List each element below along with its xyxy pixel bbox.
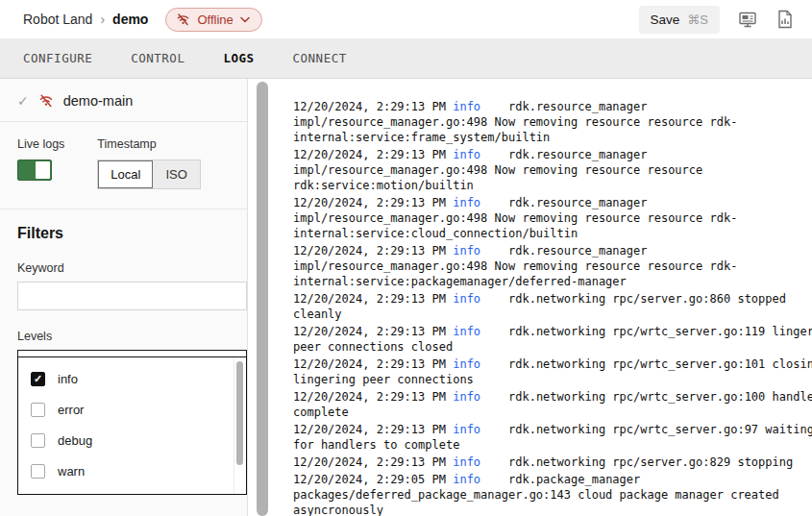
log-entry: 12/20/2024, 2:29:13 PM info rdk.resource… — [293, 99, 812, 145]
level-option-label: debug — [58, 433, 92, 448]
log-timestamp: 12/20/2024, 2:29:13 PM — [293, 357, 446, 371]
header: Robot Land › demo Offline Save⌘S — [0, 0, 812, 38]
part-name: demo-main — [63, 93, 134, 109]
log-timestamp: 12/20/2024, 2:29:13 PM — [293, 455, 446, 469]
toggle-knob — [36, 161, 50, 179]
timestamp-option-iso[interactable]: ISO — [153, 160, 199, 188]
dropdown-scrollbar-thumb[interactable] — [236, 361, 243, 465]
tab-connect[interactable]: CONNECT — [293, 51, 347, 65]
wifi-slash-icon — [176, 12, 190, 27]
tabbar: CONFIGURECONTROLLOGSCONNECT — [0, 38, 812, 79]
offline-label: Offline — [197, 12, 233, 27]
log-timestamp: 12/20/2024, 2:29:05 PM — [293, 473, 446, 486]
log-level: info — [453, 325, 480, 338]
chevron-down-icon — [240, 16, 250, 23]
check-icon: ✓ — [17, 93, 29, 109]
log-timestamp: 12/20/2024, 2:29:13 PM — [293, 292, 446, 306]
log-entry: 12/20/2024, 2:29:13 PM info rdk.networki… — [293, 356, 812, 387]
log-timestamp: 12/20/2024, 2:29:13 PM — [293, 148, 446, 161]
file-chart-icon[interactable] — [775, 9, 797, 30]
log-timestamp: 12/20/2024, 2:29:13 PM — [293, 390, 446, 404]
unchecked-checkbox[interactable] — [31, 433, 45, 448]
breadcrumb-separator: › — [100, 12, 105, 27]
filters-title: Filters — [17, 225, 230, 242]
log-level: info — [453, 423, 480, 436]
tab-control[interactable]: CONTROL — [131, 51, 185, 65]
log-entry: 12/20/2024, 2:29:05 PM info rdk.package_… — [293, 472, 812, 516]
timestamp-control: Timestamp Local ISO — [97, 137, 200, 189]
log-entry: 12/20/2024, 2:29:13 PM info rdk.resource… — [293, 243, 812, 289]
tab-configure[interactable]: CONFIGURE — [23, 51, 92, 65]
timestamp-label: Timestamp — [97, 137, 200, 151]
level-option-warn[interactable]: warn — [18, 455, 246, 486]
levels-label: Levels — [17, 330, 230, 343]
log-entry: 12/20/2024, 2:29:13 PM info rdk.resource… — [293, 147, 812, 193]
log-timestamp: 12/20/2024, 2:29:13 PM — [293, 244, 446, 258]
save-label: Save — [651, 12, 680, 27]
filters-section: Filters Keyword Levels — [0, 209, 247, 379]
log-entry: 12/20/2024, 2:29:13 PM info rdk.networki… — [293, 455, 812, 470]
part-row-demo-main[interactable]: ✓ demo-main — [0, 79, 247, 122]
unchecked-checkbox[interactable] — [31, 464, 45, 479]
breadcrumb-current[interactable]: demo — [112, 12, 148, 27]
log-level: info — [453, 292, 480, 306]
log-level: info — [453, 390, 480, 404]
unchecked-checkbox[interactable] — [31, 403, 45, 417]
log-level: info — [453, 100, 480, 113]
log-level: info — [453, 455, 480, 469]
log-controls: Live logs Timestamp Local ISO — [0, 122, 247, 209]
level-option-debug[interactable]: debug — [18, 425, 246, 455]
log-timestamp: 12/20/2024, 2:29:13 PM — [293, 423, 446, 436]
log-level: info — [453, 473, 480, 486]
log-level: info — [453, 244, 480, 258]
save-shortcut: ⌘S — [687, 12, 708, 27]
log-entry: 12/20/2024, 2:29:13 PM info rdk.networki… — [293, 389, 812, 420]
log-entry: 12/20/2024, 2:29:13 PM info rdk.networki… — [293, 324, 812, 355]
timestamp-option-local[interactable]: Local — [98, 160, 153, 188]
level-option-partial[interactable] — [18, 486, 246, 495]
breadcrumb-root[interactable]: Robot Land — [23, 12, 92, 27]
live-logs-toggle[interactable] — [17, 160, 52, 181]
log-panel: 12/20/2024, 2:29:13 PM info rdk.resource… — [293, 79, 812, 516]
log-timestamp: 12/20/2024, 2:29:13 PM — [293, 325, 446, 338]
unchecked-checkbox[interactable] — [31, 495, 45, 496]
log-timestamp: 12/20/2024, 2:29:13 PM — [293, 196, 446, 209]
tab-logs[interactable]: LOGS — [223, 51, 254, 65]
save-button[interactable]: Save⌘S — [639, 6, 720, 34]
live-logs-label: Live logs — [17, 137, 64, 151]
checked-checkbox[interactable]: ✓ — [31, 372, 45, 386]
dropdown-scrollbar[interactable] — [234, 357, 246, 494]
levels-dropdown: ✓infoerrordebugwarn — [17, 356, 247, 495]
log-scrollbar-thumb[interactable] — [257, 82, 268, 516]
live-logs-control: Live logs — [17, 137, 64, 189]
log-level: info — [453, 148, 480, 161]
level-option-info[interactable]: ✓info — [18, 363, 246, 394]
timestamp-segmented: Local ISO — [97, 160, 200, 189]
wifi-slash-icon — [38, 93, 54, 109]
level-option-label: error — [58, 403, 84, 417]
log-entry: 12/20/2024, 2:29:13 PM info rdk.networki… — [293, 291, 812, 322]
level-option-label: warn — [58, 464, 85, 479]
level-option-label: info — [58, 372, 78, 386]
keyword-input[interactable] — [17, 282, 247, 310]
log-timestamp: 12/20/2024, 2:29:13 PM — [293, 100, 446, 113]
log-level: info — [453, 357, 480, 371]
app-window: Robot Land › demo Offline Save⌘S — [0, 0, 812, 516]
keyword-label: Keyword — [17, 261, 230, 275]
log-message: rdk.networking rpc/server.go:829 stoppin… — [508, 455, 793, 469]
level-option-error[interactable]: error — [18, 394, 246, 425]
offline-status-badge[interactable]: Offline — [165, 8, 261, 32]
log-entry: 12/20/2024, 2:29:13 PM info rdk.resource… — [293, 195, 812, 241]
monitor-icon[interactable] — [737, 9, 758, 30]
log-entry: 12/20/2024, 2:29:13 PM info rdk.networki… — [293, 422, 812, 453]
log-level: info — [453, 196, 480, 209]
